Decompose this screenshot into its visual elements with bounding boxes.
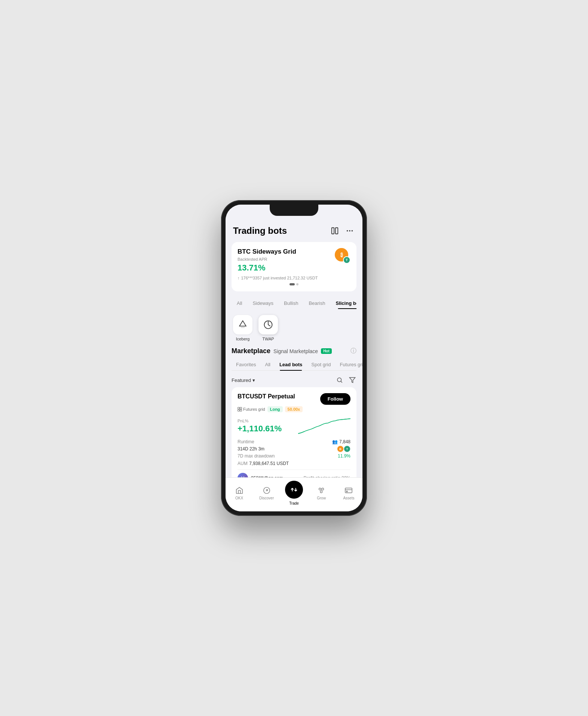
svg-point-20	[320, 491, 322, 493]
dot-1	[290, 283, 295, 285]
futures-grid-label: Futures grid	[243, 407, 265, 411]
nav-grow[interactable]: Grow	[308, 486, 335, 500]
featured-label: Featured	[232, 377, 251, 383]
bot-stats: Runtime 👥 7,848 314D 22h 3m B T	[238, 439, 350, 466]
card-dots	[238, 283, 350, 285]
svg-rect-21	[345, 488, 352, 493]
nav-assets[interactable]: Assets	[335, 486, 362, 500]
runtime-value-row: 314D 22h 3m B T	[238, 446, 350, 452]
runtime-row: Runtime 👥 7,848	[238, 439, 350, 444]
featured-card[interactable]: ₿ T BTC Sideways Grid Backtested APR 13.…	[232, 242, 356, 291]
tab-all[interactable]: All	[232, 297, 247, 309]
book-icon[interactable]	[330, 226, 340, 236]
nav-discover-label: Discover	[259, 496, 274, 500]
tab-bullish[interactable]: Bullish	[279, 297, 303, 309]
tab-lead-bots[interactable]: Lead bots	[275, 359, 307, 370]
card-title: BTC Sideways Grid	[238, 248, 350, 256]
tab-all-market[interactable]: All	[260, 359, 275, 370]
iceberg-bot-item[interactable]: Iceberg	[233, 315, 252, 341]
follow-button[interactable]: Follow	[320, 393, 350, 405]
page-title: Trading bots	[233, 226, 287, 236]
home-icon	[235, 486, 244, 495]
twap-icon-box	[258, 315, 278, 334]
svg-point-2	[347, 230, 348, 232]
marketplace-header: Marketplace Signal Marketplace Hot ⓘ	[232, 347, 356, 355]
more-icon[interactable]	[344, 226, 355, 236]
search-icon[interactable]	[336, 376, 344, 384]
discover-icon	[262, 486, 271, 495]
leverage-tag: 50.00x	[285, 406, 303, 412]
aum-label-group: AUM 7,938,647.51 USDT	[238, 460, 289, 466]
bot-card-header: BTCUSDT Perpetual Follow	[238, 393, 350, 405]
pnl-section: PnL% +1,110.61%	[238, 419, 282, 434]
usdt-icon: T	[343, 256, 350, 264]
featured-filter[interactable]: Featured ▾	[232, 377, 255, 383]
filter-funnel-icon[interactable]	[348, 376, 356, 384]
tab-futures-grid[interactable]: Futures grid	[335, 359, 362, 370]
pnl-value: +1,110.61%	[238, 424, 282, 434]
followers-count: 7,848	[339, 439, 350, 444]
tab-sideways[interactable]: Sideways	[247, 297, 279, 309]
aum-label: AUM	[238, 461, 248, 466]
futures-grid-tag: Futures grid	[238, 407, 265, 411]
followers-icon: 👥	[332, 439, 338, 444]
direction-tag: Long	[267, 406, 283, 412]
marketplace-title: Marketplace	[232, 347, 270, 355]
notch	[270, 205, 318, 216]
market-tabs: Favorites All Lead bots Spot grid Future…	[232, 359, 356, 371]
nav-trade-label: Trade	[289, 501, 299, 505]
drawdown-row: 7D max drawdown 11.9%	[238, 453, 350, 459]
filter-tabs: All Sideways Bullish Bearish Slicing bot…	[232, 297, 356, 309]
svg-line-11	[341, 381, 342, 382]
bot-title: BTCUSDT Perpetual	[238, 393, 295, 400]
bot-icons-row: Iceberg TWAP	[226, 312, 362, 346]
svg-rect-16	[240, 410, 242, 411]
runtime-label: Runtime	[238, 439, 254, 444]
tab-favorites[interactable]: Favorites	[232, 359, 260, 370]
stat-divider	[238, 469, 350, 470]
nav-trade[interactable]: Trade	[280, 481, 307, 505]
bottom-nav: OKX Discover	[226, 477, 362, 511]
pnl-chart	[298, 417, 350, 435]
mini-btc-icon: B	[337, 446, 344, 452]
dot-2	[296, 283, 298, 285]
chevron-down-icon: ▾	[252, 377, 255, 383]
phone-screen: Trading bots	[226, 205, 362, 511]
aum-value: 7,938,647.51 USDT	[249, 461, 289, 466]
trade-icon	[285, 481, 303, 499]
coin-badges: B T	[337, 446, 350, 452]
nav-okx[interactable]: OKX	[226, 486, 253, 500]
followers-row: 👥 7,848	[332, 439, 350, 444]
bot-card-btcusdt: BTCUSDT Perpetual Follow Fu	[232, 387, 356, 489]
runtime-value: 314D 22h 3m	[238, 446, 264, 452]
tab-slicing-bots[interactable]: Slicing bots	[330, 297, 356, 309]
filter-section: All Sideways Bullish Bearish Slicing bot…	[226, 294, 362, 312]
header-icons	[330, 226, 355, 236]
investor-text: 176***3357 just invested 21,712.32 USDT	[241, 276, 318, 280]
bot-tags: Futures grid Long 50.00x	[238, 406, 350, 412]
phone-frame: Trading bots	[221, 200, 367, 516]
pnl-label: PnL%	[238, 419, 282, 423]
svg-marker-12	[350, 377, 355, 383]
svg-point-3	[349, 230, 350, 232]
info-icon[interactable]: ⓘ	[350, 347, 356, 355]
twap-label: TWAP	[262, 337, 274, 341]
nav-grow-label: Grow	[317, 496, 326, 500]
filter-row: Featured ▾	[232, 374, 356, 387]
svg-rect-13	[238, 407, 240, 409]
nav-discover[interactable]: Discover	[253, 486, 280, 500]
mini-usdt-icon: T	[344, 446, 350, 452]
screen-content: Trading bots	[226, 205, 362, 511]
svg-line-9	[268, 325, 270, 326]
svg-point-22	[346, 491, 347, 492]
twap-bot-item[interactable]: TWAP	[258, 315, 278, 341]
coin-icon: ₿ T	[335, 248, 350, 264]
card-subtitle: Backtested APR	[238, 257, 350, 261]
card-apr: 13.71%	[238, 263, 350, 273]
tab-bearish[interactable]: Bearish	[303, 297, 330, 309]
svg-rect-6	[241, 326, 245, 328]
drawdown-value: 11.9%	[338, 453, 350, 459]
investor-arrow-icon: ↑	[238, 276, 240, 280]
svg-rect-0	[332, 228, 334, 234]
tab-spot-grid[interactable]: Spot grid	[307, 359, 335, 370]
